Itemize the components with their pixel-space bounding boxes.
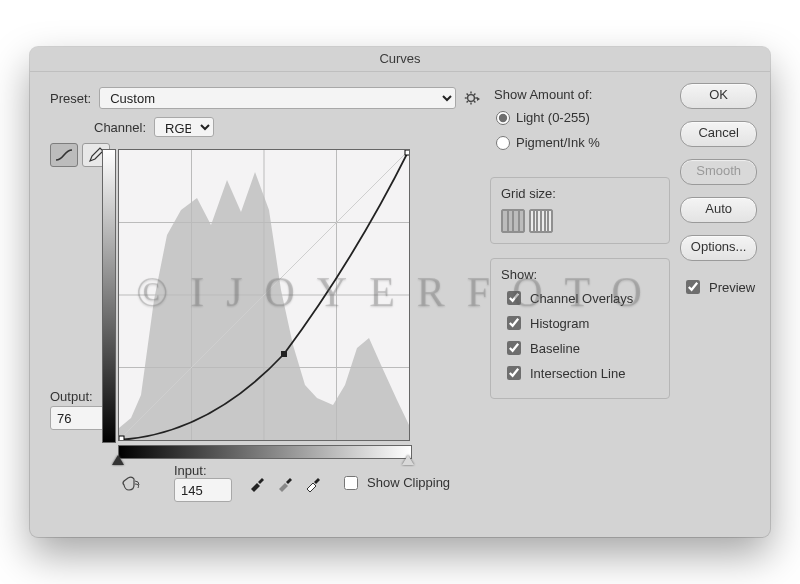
show-clipping-checkbox[interactable]	[344, 476, 358, 490]
svg-rect-18	[281, 351, 287, 357]
preview-checkbox[interactable]	[686, 280, 700, 294]
auto-button[interactable]: Auto	[680, 197, 757, 223]
input-label: Input:	[174, 463, 232, 478]
channel-label: Channel:	[94, 120, 146, 135]
options-button[interactable]: Options...	[680, 235, 757, 261]
light-radio[interactable]	[496, 111, 510, 125]
svg-rect-17	[405, 150, 409, 155]
preview-label: Preview	[709, 280, 755, 295]
preset-label: Preset:	[50, 91, 91, 106]
grid-10x10-button[interactable]	[529, 209, 553, 233]
baseline-label: Baseline	[530, 341, 580, 356]
histogram-label: Histogram	[530, 316, 589, 331]
svg-line-8	[474, 94, 475, 95]
output-label: Output:	[50, 389, 100, 404]
curve-graph[interactable]	[118, 149, 410, 441]
preset-menu-icon[interactable]	[464, 90, 480, 106]
output-gradient	[102, 149, 116, 443]
intersection-checkbox[interactable]	[507, 366, 521, 380]
preset-select[interactable]: Custom	[99, 87, 456, 109]
show-clipping-label: Show Clipping	[367, 475, 450, 490]
svg-point-0	[468, 95, 475, 102]
options-panel: Show Amount of: Light (0-255) Pigment/In…	[486, 71, 674, 537]
white-eyedropper-icon[interactable]	[304, 474, 322, 492]
cancel-button[interactable]: Cancel	[680, 121, 757, 147]
grid-legend: Grid size:	[501, 186, 659, 201]
amount-group: Show Amount of: Light (0-255) Pigment/In…	[490, 87, 670, 163]
white-point-slider[interactable]	[402, 455, 414, 465]
black-point-slider[interactable]	[112, 455, 124, 465]
svg-line-7	[467, 101, 468, 102]
svg-line-6	[474, 101, 475, 102]
svg-rect-16	[119, 436, 124, 440]
targeted-adjust-icon[interactable]	[118, 472, 144, 494]
channel-select[interactable]: RGB	[154, 117, 214, 137]
dialog-title: Curves	[30, 47, 770, 72]
svg-line-5	[467, 94, 468, 95]
grid-4x4-button[interactable]	[501, 209, 525, 233]
ok-button[interactable]: OK	[680, 83, 757, 109]
amount-legend: Show Amount of:	[494, 87, 670, 102]
pigment-label: Pigment/Ink %	[516, 135, 600, 150]
curves-dialog: Curves Preset: Custom Channel: RGB	[30, 47, 770, 537]
black-eyedropper-icon[interactable]	[248, 474, 266, 492]
baseline-checkbox[interactable]	[507, 341, 521, 355]
gray-eyedropper-icon[interactable]	[276, 474, 294, 492]
overlays-checkbox[interactable]	[507, 291, 521, 305]
grid-group: Grid size:	[490, 177, 670, 244]
pigment-radio[interactable]	[496, 136, 510, 150]
curve-panel: Preset: Custom Channel: RGB	[30, 71, 486, 537]
light-label: Light (0-255)	[516, 110, 590, 125]
show-legend: Show:	[501, 267, 659, 282]
smooth-button: Smooth	[680, 159, 757, 185]
input-gradient	[118, 445, 412, 459]
intersection-label: Intersection Line	[530, 366, 625, 381]
histogram-checkbox[interactable]	[507, 316, 521, 330]
input-field[interactable]	[174, 478, 232, 502]
output-field[interactable]	[50, 406, 108, 430]
show-group: Show: Channel Overlays Histogram Baselin…	[490, 258, 670, 399]
curve-tool-button[interactable]	[50, 143, 78, 167]
button-panel: OK Cancel Smooth Auto Options... Preview	[674, 71, 773, 537]
overlays-label: Channel Overlays	[530, 291, 633, 306]
